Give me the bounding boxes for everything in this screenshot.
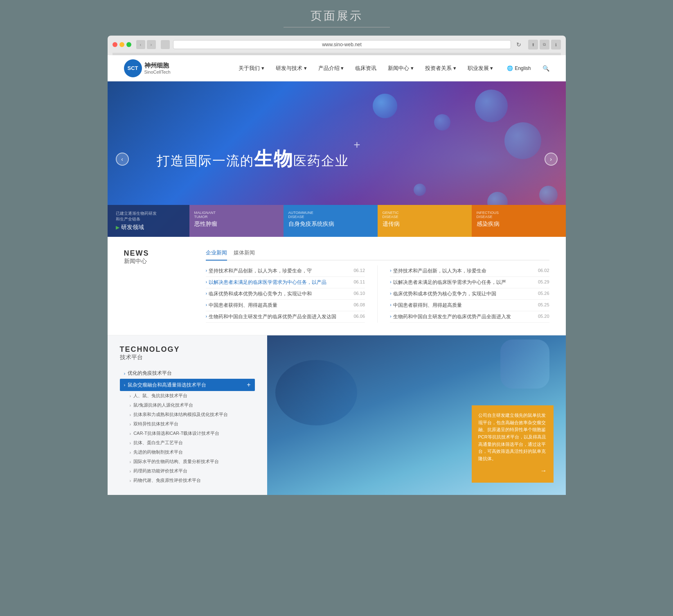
nav-about[interactable]: 关于我们 ▾ bbox=[237, 63, 266, 74]
lab-blur-2 bbox=[500, 339, 549, 389]
news-item: 以解决患者未满足的临床医学需求为中心任务，以严 05.29 bbox=[390, 277, 549, 288]
tab-media-news[interactable]: 媒体新闻 bbox=[234, 249, 255, 260]
news-item: 生物药和中国自主研发生产的临床优势产品全面进入发达国 06.06 bbox=[206, 311, 365, 323]
news-item: 中国患者获得到、用得超高质量 05.25 bbox=[390, 300, 549, 311]
research-intro: 已建立逐渐生物药研发 和生产全链条 ▶ 研发领域 bbox=[108, 205, 189, 237]
research-card-autoimmune[interactable]: AUTOIMMUNEDISEASE 自身免疫系统疾病 bbox=[284, 205, 378, 237]
news-text: 中国患者获得到、用得超高质量 bbox=[393, 302, 538, 308]
news-date: 06.12 bbox=[353, 268, 365, 274]
tech-arrow-icon[interactable]: → bbox=[478, 465, 547, 476]
hero-prev-button[interactable]: ‹ bbox=[116, 153, 129, 166]
news-right: 企业新闻 媒体新闻 坚持技术和产品创新，以人为本，珍爱生命，守 06.12 以解… bbox=[206, 249, 549, 323]
tech-sub-affinity[interactable]: 抗体亲和力成熟和抗体结构模拟及优化技术平台 bbox=[120, 410, 255, 419]
dna-sphere-2 bbox=[434, 114, 450, 130]
close-dot[interactable] bbox=[113, 42, 117, 47]
refresh-button[interactable]: ↻ bbox=[514, 40, 523, 49]
news-tabs: 企业新闻 媒体新闻 bbox=[206, 249, 549, 261]
tech-item-immune[interactable]: 优化的免疫技术平台 bbox=[120, 368, 255, 379]
research-card-cn-2: 自身免疫系统疾病 bbox=[288, 220, 373, 228]
nav-rd[interactable]: 研发与技术 ▾ bbox=[274, 63, 308, 74]
news-item: 临床优势和成本优势为核心竞争力，实现让中和 06.10 bbox=[206, 288, 365, 300]
forward-button[interactable]: › bbox=[147, 40, 156, 49]
logo-text: 神州细胞 SinoCellTech bbox=[144, 62, 171, 74]
news-text: 生物药和中国自主研发生产的临床优势产品全面进入发达国 bbox=[209, 314, 353, 320]
nav-careers[interactable]: 职业发展 ▾ bbox=[466, 63, 495, 74]
tech-left: TECHNOLOGY 技术平台 优化的免疫技术平台 鼠杂交瘤融合和高通量筛选技术… bbox=[108, 335, 267, 495]
news-date: 06.02 bbox=[538, 268, 549, 274]
hero-plus: + bbox=[353, 138, 361, 151]
news-label-cn: 新闻中心 bbox=[124, 258, 189, 265]
lab-blur-1 bbox=[275, 360, 357, 425]
nav-investors[interactable]: 投资者关系 ▾ bbox=[423, 63, 458, 74]
news-date: 06.06 bbox=[353, 314, 365, 320]
tech-item-hybridoma[interactable]: 鼠杂交瘤融合和高通量筛选技术平台 + bbox=[120, 379, 255, 391]
news-item: 坚持技术和产品创新，以人为本，珍爱生命，守 06.12 bbox=[206, 265, 365, 277]
nav-news[interactable]: 新闻中心 ▾ bbox=[386, 63, 415, 74]
back-button[interactable]: ‹ bbox=[136, 40, 145, 49]
hero-main-text: 打造国际一流的生物医药企业 + bbox=[157, 146, 349, 172]
browser-chrome: ‹ › www.sino-web.net ↻ ⬆ ⧉ ℹ bbox=[108, 36, 566, 55]
news-label-en: NEWS bbox=[124, 249, 189, 258]
news-date: 05.25 bbox=[538, 302, 549, 308]
research-card-cn-4: 感染疾病 bbox=[477, 220, 561, 228]
page-title: 页面展示 bbox=[108, 8, 566, 24]
tech-plus-icon: + bbox=[247, 381, 250, 389]
research-arrow-icon: ▶ bbox=[116, 225, 119, 230]
news-text: 临床优势和成本优势为核心竞争力，实现让中国 bbox=[393, 291, 538, 297]
news-text: 临床优势和成本优势为核心竞争力，实现让中和 bbox=[209, 291, 353, 297]
new-tab-button[interactable]: ⧉ bbox=[540, 40, 549, 49]
logo-icon: SCT bbox=[124, 59, 142, 77]
page-title-divider bbox=[284, 27, 390, 27]
hero-next-button[interactable]: › bbox=[545, 153, 558, 166]
research-intro-label: 已建立逐渐生物药研发 和生产全链条 bbox=[116, 211, 181, 222]
browser-dots bbox=[113, 42, 131, 47]
tech-sub-metabolism[interactable]: 药物代谢、免疫原性评价技术平台 bbox=[120, 476, 255, 485]
nav-products[interactable]: 产品介绍 ▾ bbox=[317, 63, 346, 74]
news-text: 中国患者获得到、用得超高质量 bbox=[209, 302, 353, 308]
research-card-label-en-1: MALIGNANTTUMOR bbox=[194, 211, 279, 219]
research-card-infectious[interactable]: INFECTIOUSDISEASE 感染疾病 bbox=[472, 205, 566, 237]
news-divider bbox=[377, 265, 378, 323]
tech-label-cn: 技术平台 bbox=[120, 354, 255, 361]
globe-icon: 🌐 bbox=[507, 65, 513, 71]
tech-label-en: TECHNOLOGY bbox=[120, 345, 255, 354]
nav-clinical[interactable]: 临床资讯 bbox=[353, 63, 378, 74]
tech-sub-cart[interactable]: CAR-T抗体筛选和CAR-T载体设计技术平台 bbox=[120, 429, 255, 438]
news-item: 坚持技术和产品创新，以人为本，珍爱生命 06.02 bbox=[390, 265, 549, 277]
news-col-1: 坚持技术和产品创新，以人为本，珍爱生命，守 06.12 以解决患者未满足的临床医… bbox=[206, 265, 365, 323]
news-col-2: 坚持技术和产品创新，以人为本，珍爱生命 06.02 以解决患者未满足的临床医学需… bbox=[390, 265, 549, 323]
tech-sub-formulation[interactable]: 先进的药物制剂技术平台 bbox=[120, 447, 255, 457]
logo-en: SinoCellTech bbox=[144, 70, 171, 74]
extensions-button[interactable]: ℹ bbox=[551, 40, 561, 49]
tech-sub-process[interactable]: 抗体、蛋白生产工艺平台 bbox=[120, 438, 255, 447]
minimize-dot[interactable] bbox=[119, 42, 124, 47]
news-item: 以解决患者未满足的临床医学需求为中心任务，以产品 06.11 bbox=[206, 277, 365, 288]
research-card-hereditary[interactable]: GENETICDISEASE 遗传病 bbox=[378, 205, 472, 237]
news-left: NEWS 新闻中心 bbox=[124, 249, 189, 323]
site-nav: SCT 神州细胞 SinoCellTech 关于我们 ▾ 研发与技术 ▾ 产品介… bbox=[108, 55, 566, 81]
tech-sub-humanize[interactable]: 鼠/兔源抗体的人源化技术平台 bbox=[120, 400, 255, 410]
address-bar[interactable]: www.sino-web.net bbox=[173, 40, 511, 49]
news-date: 05.26 bbox=[538, 291, 549, 297]
tech-right: 公司自主研发建立领先的鼠单抗发现平台，包含高融合效率杂交瘤交融、抗原递呈的特异性… bbox=[267, 335, 566, 495]
tech-sub-bispecific[interactable]: 双特异性抗体技术平台 bbox=[120, 419, 255, 429]
browser-action-btns: ⬆ ⧉ ℹ bbox=[528, 40, 561, 49]
search-icon[interactable]: 🔍 bbox=[542, 65, 549, 72]
maximize-dot[interactable] bbox=[126, 42, 131, 47]
news-date: 06.08 bbox=[353, 302, 365, 308]
tech-section: TECHNOLOGY 技术平台 优化的免疫技术平台 鼠杂交瘤融合和高通量筛选技术… bbox=[108, 335, 566, 495]
hero-banner: ‹ 打造国际一流的生物医药企业 + › 已建立逐渐生物药研发 和生产全链条 ▶ bbox=[108, 81, 566, 237]
nav-lang[interactable]: 🌐 English bbox=[507, 65, 531, 71]
news-text[interactable]: 以解决患者未满足的临床医学需求为中心任务，以产品 bbox=[209, 279, 353, 286]
tech-sub-pharmacology[interactable]: 药理药效功能评价技术平台 bbox=[120, 466, 255, 476]
share-button[interactable]: ⬆ bbox=[528, 40, 538, 49]
tab-company-news[interactable]: 企业新闻 bbox=[206, 249, 227, 261]
tech-sub-analysis[interactable]: 国际水平的生物药结构、质量分析技术平台 bbox=[120, 457, 255, 466]
tech-sub-human-mouse[interactable]: 人、鼠、兔抗抗体技术平台 bbox=[120, 391, 255, 400]
browser-toolbar: ‹ › www.sino-web.net ↻ ⬆ ⧉ ℹ bbox=[113, 40, 561, 49]
tab-icon bbox=[161, 40, 170, 49]
research-card-malignant[interactable]: MALIGNANTTUMOR 恶性肿瘤 bbox=[189, 205, 284, 237]
news-date: 05.29 bbox=[538, 279, 549, 286]
nav-menu: 关于我们 ▾ 研发与技术 ▾ 产品介绍 ▾ 临床资讯 新闻中心 ▾ 投资者关系 … bbox=[237, 63, 549, 74]
news-date: 06.10 bbox=[353, 291, 365, 297]
